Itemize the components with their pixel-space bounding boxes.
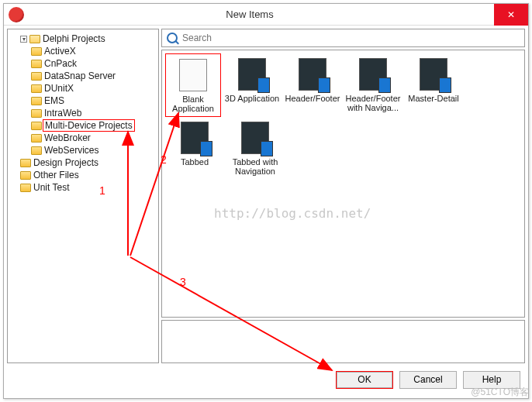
folder-icon <box>20 159 31 167</box>
gallery-item-label: Header/Footer <box>285 94 340 103</box>
gallery-item[interactable]: Master-Detail <box>406 57 461 117</box>
tree-node-selected[interactable]: Multi-Device Projects <box>31 119 157 132</box>
gallery-item[interactable]: Blank Application <box>165 53 221 117</box>
folder-icon <box>31 146 42 155</box>
tree-node[interactable]: CnPack <box>31 57 157 70</box>
template-icon <box>179 59 207 91</box>
window-title: New Items <box>5 9 494 20</box>
template-icon <box>359 58 387 91</box>
template-icon <box>241 122 269 154</box>
folder-icon <box>31 84 42 93</box>
tree-node[interactable]: Design Projects <box>20 156 157 169</box>
close-button[interactable]: ✕ <box>494 4 528 26</box>
tree-label: Unit Test <box>33 182 69 193</box>
search-box[interactable] <box>161 29 525 47</box>
gallery-item[interactable]: Header/Footer with Naviga... <box>345 57 401 117</box>
gallery-item-label: Master-Detail <box>406 94 461 103</box>
tree-node[interactable]: DataSnap Server <box>31 70 157 82</box>
tree-label: Design Projects <box>33 157 98 168</box>
gallery-item[interactable]: Header/Footer <box>285 57 340 117</box>
category-tree[interactable]: ▾ Delphi Projects ActiveX CnPack DataSna… <box>7 29 159 363</box>
tree-node[interactable]: Unit Test <box>20 181 157 194</box>
dialog-window: New Items ✕ ▾ Delphi Projects ActiveX Cn… <box>3 3 529 399</box>
dialog-footer: OK Cancel Help <box>4 366 528 393</box>
folder-icon <box>20 171 31 180</box>
folder-icon <box>31 109 42 118</box>
tree-label: ActiveX <box>44 46 76 57</box>
template-icon <box>181 122 209 154</box>
folder-icon <box>29 35 40 43</box>
gallery-item-label: 3D Application <box>224 94 280 103</box>
tree-label: DUnitX <box>44 83 74 94</box>
tree-node[interactable]: DUnitX <box>31 82 157 94</box>
ok-button[interactable]: OK <box>336 371 393 389</box>
watermark-text: http://blog.csdn.net/ <box>214 206 371 221</box>
credit-text: @51CTO博客 <box>471 386 529 399</box>
folder-icon <box>31 97 42 105</box>
folder-icon <box>20 184 31 192</box>
tree-node[interactable]: ActiveX <box>31 45 157 57</box>
tree-node[interactable]: EMS <box>31 94 157 107</box>
titlebar[interactable]: New Items ✕ <box>4 4 528 26</box>
description-panel <box>161 320 525 363</box>
collapse-icon[interactable]: ▾ <box>20 36 27 43</box>
gallery-item-label: Header/Footer with Naviga... <box>345 94 401 112</box>
cancel-button[interactable]: Cancel <box>399 371 457 389</box>
tree-node[interactable]: Other Files <box>20 169 157 181</box>
tree-label: Multi-Device Projects <box>43 119 135 132</box>
search-input[interactable] <box>181 32 520 44</box>
folder-icon <box>31 60 42 68</box>
tree-label: EMS <box>44 95 64 106</box>
tree-label: Delphi Projects <box>43 33 105 44</box>
gallery-item-label: Tabbed <box>167 157 223 167</box>
tree-label: CnPack <box>44 58 77 69</box>
search-icon <box>167 33 178 43</box>
tree-label: WebServices <box>44 145 98 156</box>
tree-node[interactable]: WebBroker <box>31 132 157 144</box>
folder-icon <box>31 72 42 81</box>
tree-node-root[interactable]: ▾ Delphi Projects <box>20 33 157 45</box>
template-icon <box>299 58 326 91</box>
template-icon <box>420 58 447 91</box>
tree-label: Other Files <box>33 170 79 180</box>
gallery-item[interactable]: Tabbed with Navigation <box>227 120 283 176</box>
gallery-item-label: Blank Application <box>168 94 219 113</box>
gallery-item-label: Tabbed with Navigation <box>227 157 283 176</box>
close-icon: ✕ <box>507 9 515 20</box>
tree-node[interactable]: IntraWeb <box>31 107 157 119</box>
gallery-item[interactable]: Tabbed <box>167 120 223 176</box>
item-gallery: Blank Application3D ApplicationHeader/Fo… <box>161 50 525 318</box>
folder-icon <box>31 134 42 143</box>
tree-label: WebBroker <box>44 132 91 143</box>
tree-label: IntraWeb <box>44 108 81 119</box>
tree-label: DataSnap Server <box>44 70 116 81</box>
template-icon <box>238 58 266 91</box>
gallery-item[interactable]: 3D Application <box>224 57 280 117</box>
tree-node[interactable]: WebServices <box>31 144 157 156</box>
folder-icon <box>31 47 42 56</box>
folder-icon <box>31 122 42 130</box>
